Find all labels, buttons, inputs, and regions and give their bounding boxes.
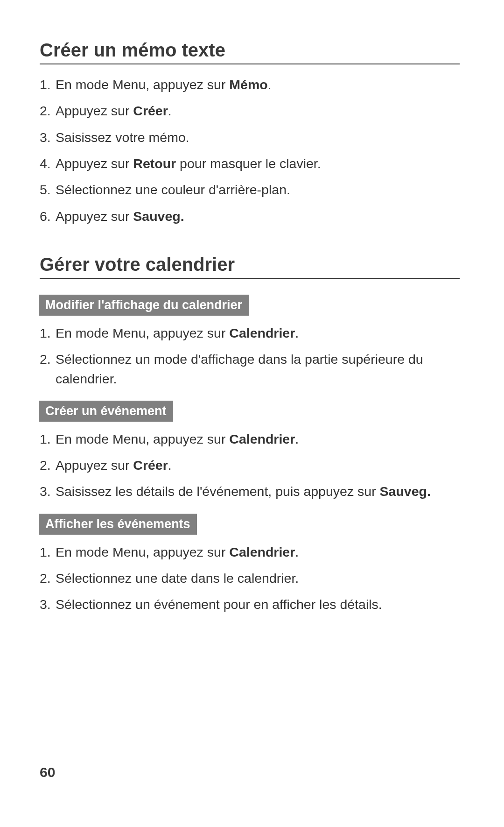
page-number: 60 xyxy=(40,764,55,780)
list-item: Saisissez les détails de l'événement, pu… xyxy=(40,479,460,505)
list-item: Appuyez sur Sauveg. xyxy=(40,204,460,230)
list-item: Appuyez sur Créer. xyxy=(40,98,460,124)
list-item: Sélectionnez un mode d'affichage dans la… xyxy=(40,346,460,392)
subheading-modify-view: Modifier l'affichage du calendrier xyxy=(39,295,249,316)
create-event-steps: En mode Menu, appuyez sur Calendrier. Ap… xyxy=(40,426,460,505)
subheading-create-event: Créer un événement xyxy=(39,401,173,422)
memo-steps-list: En mode Menu, appuyez sur Mémo. Appuyez … xyxy=(40,72,460,230)
list-item: Appuyez sur Créer. xyxy=(40,452,460,479)
list-item: En mode Menu, appuyez sur Calendrier. xyxy=(40,320,460,346)
view-events-steps: En mode Menu, appuyez sur Calendrier. Sé… xyxy=(40,539,460,618)
modify-view-steps: En mode Menu, appuyez sur Calendrier. Sé… xyxy=(40,320,460,392)
list-item: En mode Menu, appuyez sur Calendrier. xyxy=(40,539,460,565)
list-item: Sélectionnez une date dans le calendrier… xyxy=(40,565,460,592)
list-item: Appuyez sur Retour pour masquer le clavi… xyxy=(40,151,460,177)
list-item: Sélectionnez une couleur d'arrière-plan. xyxy=(40,177,460,203)
list-item: En mode Menu, appuyez sur Mémo. xyxy=(40,72,460,98)
subheading-view-events: Afficher les événements xyxy=(39,514,197,535)
list-item: En mode Menu, appuyez sur Calendrier. xyxy=(40,426,460,452)
list-item: Saisissez votre mémo. xyxy=(40,125,460,151)
section-heading-memo: Créer un mémo texte xyxy=(40,40,460,64)
section-heading-calendar: Gérer votre calendrier xyxy=(40,254,460,279)
list-item: Sélectionnez un événement pour en affich… xyxy=(40,592,460,618)
manual-page: Créer un mémo texte En mode Menu, appuye… xyxy=(0,0,504,618)
